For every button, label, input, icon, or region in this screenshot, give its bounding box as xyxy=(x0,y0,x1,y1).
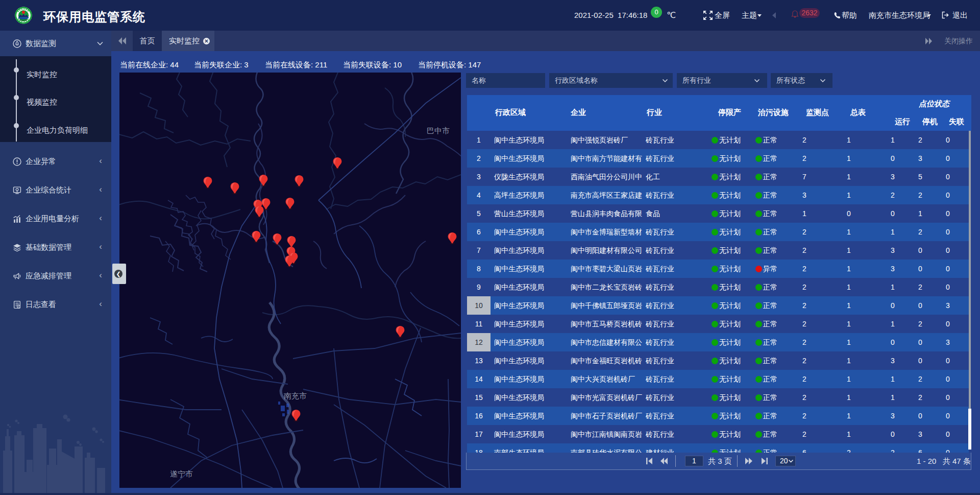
svg-text:南充市: 南充市 xyxy=(284,391,307,400)
svg-text:遂宁市: 遂宁市 xyxy=(170,469,193,478)
svg-text:巴中市: 巴中市 xyxy=(427,126,450,135)
